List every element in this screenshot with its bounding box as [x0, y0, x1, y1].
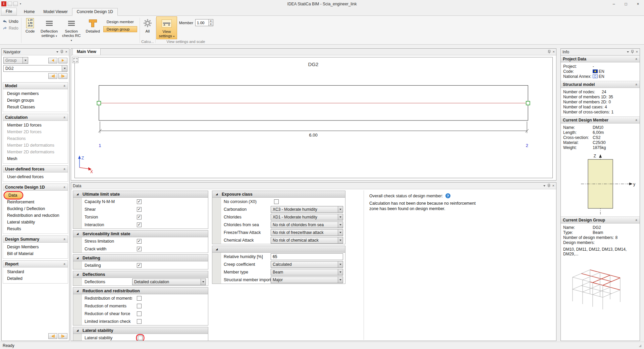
start-node-marker[interactable] [97, 101, 101, 105]
customize-quick-access-icon[interactable]: ▾ [20, 2, 21, 5]
creep-coefficient-dropdown[interactable]: Calculated [271, 261, 343, 268]
chlorides-dropdown[interactable]: XD1 - Moderate humidity [271, 214, 343, 220]
calculate-all-button[interactable]: All [141, 16, 155, 34]
sidebar-item-standard[interactable]: Standard [3, 268, 68, 275]
chevron-down-icon[interactable] [56, 51, 58, 53]
section-checks-rc-button[interactable]: Section checks RC ▾ [60, 16, 83, 43]
quick-access-icon-1[interactable] [8, 2, 12, 6]
nav-section-header-user-defined-forces[interactable]: User-defined forces« [3, 165, 68, 172]
shear-checkbox[interactable] [137, 207, 142, 212]
design-group-button[interactable]: Design group [103, 26, 137, 32]
sidebar-item-mesh[interactable]: Mesh [3, 155, 68, 162]
sidebar-item-detailed[interactable]: Detailed [3, 275, 68, 282]
help-icon[interactable]: ? [445, 193, 450, 198]
close-button[interactable]: × [632, 0, 644, 8]
data-section-header[interactable]: ◢Detailing [73, 255, 208, 261]
freeze-thaw-attack-dropdown[interactable]: No risk of freeze/thaw attack [271, 229, 343, 236]
no-corrosion-x0-checkbox[interactable] [274, 199, 279, 204]
lateral-stability-checkbox[interactable] [138, 336, 143, 340]
tab-file[interactable]: File [1, 8, 17, 15]
current-design-group-header[interactable]: Current Design Group « [561, 216, 640, 223]
end-node-marker[interactable] [526, 101, 530, 105]
pin-icon[interactable] [60, 50, 63, 54]
tab-concrete-design-1d[interactable]: Concrete Design 1D [72, 8, 118, 16]
deflections-dropdown[interactable]: Detailed calculation [132, 279, 206, 285]
collapse-chevron-icon[interactable]: « [63, 168, 67, 170]
chevron-down-icon[interactable] [627, 51, 629, 53]
tab-model-viewer[interactable]: Model Viewer [39, 8, 72, 15]
reduction-of-moments-checkbox[interactable] [137, 304, 142, 308]
view-settings-button[interactable]: View settings ▾ [156, 16, 177, 39]
current-design-member-header[interactable]: Current Design Member « [561, 116, 640, 123]
nav-section-header-calculation[interactable]: Calculation« [3, 114, 68, 121]
torsion-checkbox[interactable] [137, 215, 142, 219]
nav-section-header-model[interactable]: Model« [3, 82, 68, 89]
sidebar-item-lateral-stability[interactable]: Lateral stability [3, 219, 68, 226]
relative-humidity-input[interactable] [271, 253, 343, 260]
close-icon[interactable]: × [552, 184, 554, 188]
structural-member-importance-dropdown[interactable]: Major [271, 277, 343, 283]
chemical-attack-dropdown[interactable]: No risk of chemical attack [271, 237, 343, 244]
detailed-button[interactable]: Detailed [84, 16, 102, 34]
sidebar-item-result-classes[interactable]: Result Classes [3, 104, 68, 110]
nav-section-header-report[interactable]: Report« [3, 260, 68, 267]
redo-button[interactable]: Redo [3, 26, 18, 31]
carbonation-dropdown[interactable]: XC3 - Moderate humidity [271, 206, 343, 213]
design-group-combo[interactable]: DG2 [3, 65, 67, 72]
collapse-chevron-icon[interactable]: « [63, 116, 67, 118]
collapse-chevron-icon[interactable]: « [635, 219, 639, 221]
spin-down-icon[interactable]: ▼ [209, 23, 213, 26]
sidebar-item-user-defined-forces[interactable]: User-defined forces [3, 173, 68, 180]
collapse-chevron-icon[interactable]: « [635, 58, 639, 60]
collapse-chevron-icon[interactable]: « [63, 263, 67, 265]
data-section-header[interactable]: ◢Exposure class [212, 191, 345, 198]
member-type-dropdown[interactable]: Beam [271, 269, 343, 276]
collapse-chevron-icon[interactable]: « [635, 119, 639, 121]
combo-arrow-icon[interactable] [22, 57, 28, 63]
next-group-button[interactable] [58, 58, 67, 63]
group-mode-combo[interactable]: Group [3, 57, 28, 64]
chlorides-from-sea-dropdown[interactable]: No risk of chlorides from sea [271, 221, 343, 228]
redistribution-of-moments-checkbox[interactable] [137, 296, 142, 301]
data-section-header[interactable]: ◢Ultimate limit state [73, 191, 208, 198]
undo-button[interactable]: Undo [3, 19, 18, 24]
collapse-chevron-icon[interactable]: « [63, 85, 67, 87]
spinner-buttons[interactable]: ▲ ▼ [208, 19, 213, 26]
nav-section-header-concrete-design-1d[interactable]: Concrete Design 1D« [3, 184, 68, 191]
pin-icon[interactable] [548, 50, 551, 54]
sidebar-item-design-groups[interactable]: Design groups [3, 97, 68, 104]
data-section-header[interactable]: ◢Serviceability limit state [73, 231, 208, 237]
nav-section-header-design-summary[interactable]: Design Summary« [3, 236, 68, 243]
code-button[interactable]: 1.15 1.50 25.8 Code [22, 16, 38, 34]
member-scale-input[interactable] [196, 19, 208, 26]
limited-interaction-check-checkbox[interactable] [137, 319, 142, 324]
fit-view-button[interactable] [72, 57, 78, 63]
spin-up-icon[interactable]: ▲ [209, 19, 213, 23]
sidebar-item-buckling-deflection[interactable]: Buckling / Deflection [3, 205, 68, 212]
first-item-button[interactable] [48, 73, 57, 79]
maximize-button[interactable]: □ [620, 0, 632, 8]
data-section-header[interactable]: ◢ [212, 246, 345, 253]
last-item-button[interactable] [58, 73, 67, 79]
crack-width-checkbox[interactable] [137, 247, 142, 251]
data-section-header[interactable]: ◢Deflections [73, 271, 208, 278]
close-icon[interactable]: × [636, 50, 638, 54]
close-icon[interactable]: × [65, 50, 67, 54]
collapse-chevron-icon[interactable]: « [635, 83, 639, 85]
previous-member-button[interactable] [48, 333, 57, 339]
collapse-chevron-icon[interactable]: « [63, 238, 67, 240]
reduction-of-shear-force-checkbox[interactable] [137, 311, 142, 316]
sidebar-item-design-members[interactable]: Design members [3, 90, 68, 97]
sidebar-item-data[interactable]: Data [4, 192, 22, 199]
interaction-checkbox[interactable] [137, 222, 142, 227]
project-data-header[interactable]: Project Data « [561, 55, 640, 62]
member-scale-spinbox[interactable]: ▲ ▼ [195, 19, 213, 26]
tab-home[interactable]: Home [19, 8, 39, 15]
sidebar-item-design-members[interactable]: Design Members [3, 244, 68, 250]
sidebar-item-bill-of-material[interactable]: Bill of Material [3, 250, 68, 257]
sidebar-item-results[interactable]: Results [3, 226, 68, 232]
close-icon[interactable]: × [553, 50, 555, 54]
pin-icon[interactable] [547, 184, 550, 188]
capacity-n-m-m-checkbox[interactable] [137, 199, 142, 204]
minimize-button[interactable]: – [608, 0, 620, 8]
